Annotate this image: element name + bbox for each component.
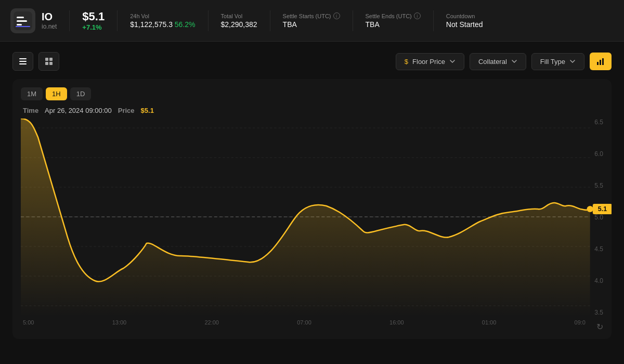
stat-settle-starts-value: TBA bbox=[283, 20, 340, 29]
dollar-icon: $ bbox=[405, 58, 408, 66]
price-block: $5.1 +7.1% bbox=[82, 10, 105, 31]
stat-settle-starts: Settle Starts (UTC) i TBA bbox=[283, 12, 340, 29]
tooltip-time-label: Time bbox=[23, 107, 38, 114]
x-label-1: 13:00 bbox=[112, 319, 127, 326]
stat-settle-ends-value: TBA bbox=[366, 20, 421, 29]
svg-rect-6 bbox=[19, 61, 27, 62]
bar-chart-icon bbox=[596, 57, 605, 66]
x-label-6: 09:0 bbox=[575, 319, 586, 326]
svg-rect-10 bbox=[45, 62, 48, 65]
stat-24h-vol-label: 24h Vol bbox=[130, 13, 195, 19]
chart-price-badge-text: 5.1 bbox=[598, 205, 607, 213]
floor-price-button[interactable]: $ Floor Price bbox=[396, 53, 464, 70]
svg-rect-9 bbox=[49, 58, 53, 61]
tooltip-price-label: Price bbox=[118, 107, 135, 114]
subtitle-label: io.net bbox=[42, 23, 57, 30]
svg-rect-12 bbox=[597, 62, 599, 65]
price-chart-svg: 5.1 bbox=[21, 119, 612, 316]
chart-time-controls: 1M 1H 1D bbox=[21, 87, 612, 100]
stat-settle-ends: Settle Ends (UTC) i TBA bbox=[366, 12, 421, 29]
x-label-0: 5:00 bbox=[23, 319, 34, 326]
svg-rect-7 bbox=[19, 63, 27, 64]
time-1m-button[interactable]: 1M bbox=[21, 87, 43, 100]
divider-4 bbox=[270, 10, 270, 31]
stat-settle-ends-label: Settle Ends (UTC) i bbox=[366, 12, 421, 19]
fill-type-label: Fill Type bbox=[540, 58, 565, 66]
stat-countdown: Countdown Not Started bbox=[446, 13, 483, 29]
time-1h-button[interactable]: 1H bbox=[46, 87, 67, 100]
main-content: $ Floor Price Collateral Fill Type bbox=[0, 42, 624, 349]
stat-settle-starts-label: Settle Starts (UTC) i bbox=[283, 12, 340, 19]
stat-24h-vol-value: $1,122,575.3 56.2% bbox=[130, 20, 195, 29]
divider-3 bbox=[208, 10, 209, 31]
info-icon-settle-starts: i bbox=[333, 12, 340, 19]
stat-countdown-value: Not Started bbox=[446, 20, 483, 29]
stat-total-vol: Total Vol $2,290,382 bbox=[221, 13, 257, 29]
current-price: $5.1 bbox=[82, 10, 105, 23]
stat-total-vol-value: $2,290,382 bbox=[221, 20, 257, 29]
time-1d-button[interactable]: 1D bbox=[70, 87, 92, 100]
list-view-button[interactable] bbox=[12, 52, 33, 71]
svg-rect-5 bbox=[19, 58, 27, 59]
svg-rect-11 bbox=[49, 62, 53, 65]
refresh-button[interactable]: ↻ bbox=[596, 322, 603, 332]
x-label-3: 07:00 bbox=[297, 319, 311, 326]
stat-countdown-label: Countdown bbox=[446, 13, 483, 19]
divider bbox=[69, 10, 70, 31]
chart-container: 1M 1H 1D Time Apr 26, 2024 09:00:00 Pric… bbox=[12, 79, 612, 339]
x-label-5: 01:00 bbox=[482, 319, 497, 326]
svg-rect-4 bbox=[16, 26, 30, 27]
toolbar: $ Floor Price Collateral Fill Type bbox=[12, 52, 612, 71]
x-axis: 5:00 13:00 22:00 07:00 16:00 01:00 09:0 bbox=[21, 316, 612, 326]
divider-6 bbox=[433, 10, 434, 31]
fill-type-button[interactable]: Fill Type bbox=[531, 53, 584, 70]
svg-rect-2 bbox=[17, 20, 27, 22]
info-icon-settle-ends: i bbox=[414, 12, 421, 19]
tooltip-time-value: Apr 26, 2024 09:00:00 bbox=[45, 107, 112, 114]
svg-rect-8 bbox=[45, 58, 48, 61]
tooltip-price-value: $5.1 bbox=[141, 107, 154, 114]
floor-price-label: Floor Price bbox=[412, 58, 445, 66]
chart-view-button[interactable] bbox=[590, 53, 612, 70]
chevron-down-icon-collateral bbox=[511, 58, 517, 64]
chart-end-dot bbox=[587, 206, 593, 212]
divider-5 bbox=[353, 10, 353, 31]
collateral-label: Collateral bbox=[478, 58, 507, 66]
svg-rect-14 bbox=[602, 58, 604, 65]
ticker-label: IO bbox=[42, 11, 57, 23]
svg-rect-1 bbox=[17, 17, 24, 18]
chart-tooltip: Time Apr 26, 2024 09:00:00 Price $5.1 bbox=[21, 107, 612, 114]
chevron-down-icon-floor bbox=[449, 58, 456, 64]
logo-icon bbox=[10, 8, 35, 33]
x-label-2: 22:00 bbox=[204, 319, 219, 326]
divider-2 bbox=[117, 10, 118, 31]
stat-24h-vol: 24h Vol $1,122,575.3 56.2% bbox=[130, 13, 195, 29]
stat-total-vol-label: Total Vol bbox=[221, 13, 257, 19]
x-label-4: 16:00 bbox=[389, 319, 404, 326]
logo-text: IO io.net bbox=[42, 11, 57, 30]
grid-view-button[interactable] bbox=[38, 52, 59, 71]
grid-icon bbox=[44, 57, 54, 66]
svg-rect-3 bbox=[17, 24, 22, 25]
header: IO io.net $5.1 +7.1% 24h Vol $1,122,575.… bbox=[0, 0, 624, 42]
collateral-button[interactable]: Collateral bbox=[470, 53, 526, 70]
chevron-down-icon-filltype bbox=[569, 58, 576, 64]
price-change: +7.1% bbox=[82, 23, 105, 31]
chart-svg-wrapper: 5.1 6.5 6.0 5.5 5.0 4.5 4.0 3.5 bbox=[21, 119, 612, 316]
svg-rect-13 bbox=[600, 60, 601, 65]
logo-wrap: IO io.net bbox=[10, 8, 57, 33]
list-icon bbox=[18, 57, 28, 66]
